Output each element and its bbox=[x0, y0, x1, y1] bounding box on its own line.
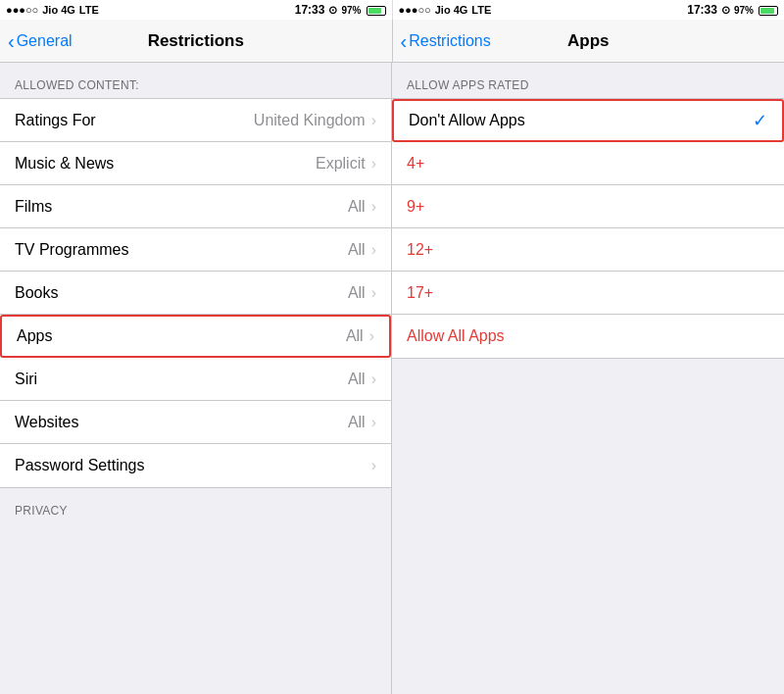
allow-apps-rated-header: ALLOW APPS RATED bbox=[392, 63, 784, 98]
network-left: LTE bbox=[79, 4, 99, 16]
siri-label: Siri bbox=[15, 371, 348, 388]
password-settings-item[interactable]: Password Settings › bbox=[0, 444, 391, 487]
chevron-icon: › bbox=[371, 241, 376, 259]
chevron-icon: › bbox=[371, 155, 376, 173]
websites-value: All bbox=[348, 414, 366, 431]
chevron-icon: › bbox=[371, 414, 376, 431]
apps-item[interactable]: Apps All › bbox=[0, 315, 391, 358]
chevron-icon: › bbox=[371, 112, 376, 129]
right-panel: ALLOW APPS RATED Don't Allow Apps ✓ 4+ 9… bbox=[392, 63, 784, 694]
rating-4plus-label: 4+ bbox=[407, 155, 769, 173]
chevron-icon: › bbox=[371, 371, 376, 388]
status-bar-left: ●●●○○ Jio 4G LTE 17:33 ⊙ 97% bbox=[0, 0, 392, 20]
allow-all-apps-item[interactable]: Allow All Apps bbox=[392, 315, 784, 358]
dont-allow-apps-label: Don't Allow Apps bbox=[409, 112, 753, 129]
films-label: Films bbox=[15, 198, 348, 216]
ratings-for-label: Ratings For bbox=[15, 112, 254, 129]
chevron-icon: › bbox=[371, 284, 376, 302]
rating-17plus-label: 17+ bbox=[407, 284, 769, 302]
location-icon-right: ⊙ bbox=[721, 4, 730, 17]
signal-left: ●●●○○ bbox=[6, 4, 38, 16]
back-label-right[interactable]: Restrictions bbox=[409, 32, 491, 50]
rating-9plus-label: 9+ bbox=[407, 198, 769, 216]
rating-12plus-label: 12+ bbox=[407, 241, 769, 259]
ratings-for-value: United Kingdom bbox=[254, 112, 366, 129]
rating-9plus-item[interactable]: 9+ bbox=[392, 185, 784, 228]
main-content: ALLOWED CONTENT: Ratings For United King… bbox=[0, 63, 784, 694]
books-item[interactable]: Books All › bbox=[0, 272, 391, 315]
left-nav-bar: ‹ General Restrictions bbox=[0, 20, 393, 62]
apps-label: Apps bbox=[17, 327, 346, 345]
password-settings-label: Password Settings bbox=[15, 457, 371, 474]
films-value: All bbox=[348, 198, 366, 216]
chevron-icon: › bbox=[371, 457, 376, 474]
back-button-left[interactable]: ‹ General bbox=[8, 31, 73, 51]
allow-all-apps-label: Allow All Apps bbox=[407, 327, 769, 345]
network-right: LTE bbox=[471, 4, 491, 16]
right-list-group: Don't Allow Apps ✓ 4+ 9+ 12+ 17+ Allow A… bbox=[392, 98, 784, 359]
battery-right: 97% bbox=[734, 4, 778, 16]
signal-right: ●●●○○ bbox=[399, 4, 431, 16]
chevron-right-icon: ‹ bbox=[401, 31, 408, 51]
right-nav-title: Apps bbox=[567, 31, 610, 51]
siri-item[interactable]: Siri All › bbox=[0, 358, 391, 401]
websites-item[interactable]: Websites All › bbox=[0, 401, 391, 444]
rating-4plus-item[interactable]: 4+ bbox=[392, 142, 784, 185]
rating-17plus-item[interactable]: 17+ bbox=[392, 272, 784, 315]
battery-left: 97% bbox=[341, 4, 385, 16]
apps-value: All bbox=[346, 327, 364, 345]
left-nav-title: Restrictions bbox=[148, 31, 244, 51]
right-nav-bar: ‹ Restrictions Apps bbox=[393, 20, 785, 62]
tv-programmes-item[interactable]: TV Programmes All › bbox=[0, 228, 391, 272]
siri-value: All bbox=[348, 371, 366, 388]
privacy-header: PRIVACY bbox=[0, 488, 391, 523]
back-label-left[interactable]: General bbox=[17, 32, 73, 50]
websites-label: Websites bbox=[15, 414, 348, 431]
back-button-right[interactable]: ‹ Restrictions bbox=[401, 31, 491, 51]
chevron-icon: › bbox=[369, 327, 374, 345]
dont-allow-apps-item[interactable]: Don't Allow Apps ✓ bbox=[392, 99, 784, 142]
carrier-right: Jio 4G bbox=[435, 4, 468, 16]
ratings-for-item[interactable]: Ratings For United Kingdom › bbox=[0, 99, 391, 142]
nav-bars: ‹ General Restrictions ‹ Restrictions Ap… bbox=[0, 20, 784, 63]
status-bar: ●●●○○ Jio 4G LTE 17:33 ⊙ 97% ●●●○○ Jio 4… bbox=[0, 0, 784, 20]
tv-programmes-label: TV Programmes bbox=[15, 241, 348, 259]
left-panel: ALLOWED CONTENT: Ratings For United King… bbox=[0, 63, 392, 694]
films-item[interactable]: Films All › bbox=[0, 185, 391, 228]
chevron-left-icon: ‹ bbox=[8, 31, 15, 51]
left-list-group: Ratings For United Kingdom › Music & New… bbox=[0, 98, 391, 488]
music-news-value: Explicit bbox=[316, 155, 366, 173]
books-label: Books bbox=[15, 284, 348, 302]
rating-12plus-item[interactable]: 12+ bbox=[392, 228, 784, 272]
status-bar-right: ●●●○○ Jio 4G LTE 17:33 ⊙ 97% bbox=[392, 0, 785, 20]
music-news-label: Music & News bbox=[15, 155, 316, 173]
time-right: 17:33 bbox=[687, 3, 717, 17]
allowed-content-header: ALLOWED CONTENT: bbox=[0, 63, 391, 98]
music-news-item[interactable]: Music & News Explicit › bbox=[0, 142, 391, 185]
tv-programmes-value: All bbox=[348, 241, 366, 259]
carrier-left: Jio 4G bbox=[42, 4, 75, 16]
books-value: All bbox=[348, 284, 366, 302]
checkmark-icon: ✓ bbox=[753, 110, 767, 131]
time-left: 17:33 bbox=[295, 3, 325, 17]
location-icon: ⊙ bbox=[328, 4, 337, 17]
chevron-icon: › bbox=[371, 198, 376, 216]
